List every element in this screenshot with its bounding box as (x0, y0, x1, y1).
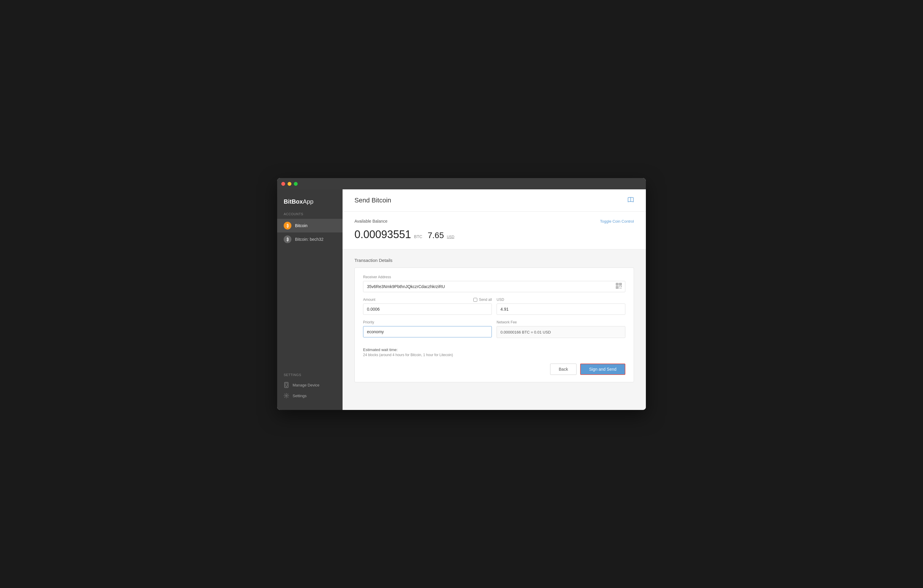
main-header: Send Bitcoin (343, 189, 646, 212)
traffic-lights (281, 182, 298, 186)
send-all-checkbox[interactable] (473, 298, 477, 302)
toggle-coin-control[interactable]: Toggle Coin Control (600, 219, 634, 223)
maximize-button[interactable] (294, 182, 298, 186)
accounts-section-label: ACCOUNTS (277, 212, 343, 219)
gear-icon (284, 393, 289, 398)
receiver-address-group: Receiver Address (363, 275, 625, 292)
send-all-group: Send all (473, 297, 492, 302)
svg-rect-6 (617, 284, 618, 285)
back-button[interactable]: Back (550, 363, 576, 375)
device-icon (284, 382, 289, 388)
receiver-address-label: Receiver Address (363, 275, 625, 279)
sidebar: BitBoxApp ACCOUNTS ₿ Bitcoin ₿ Bitcoin: … (277, 189, 343, 410)
page-title: Send Bitcoin (355, 197, 391, 204)
receiver-address-input[interactable] (363, 281, 625, 292)
usd-group: USD (497, 297, 625, 315)
network-fee-group: Network Fee 0.00000166 BTC = 0.01 USD (497, 320, 625, 338)
app-body: BitBoxApp ACCOUNTS ₿ Bitcoin ₿ Bitcoin: … (277, 189, 646, 410)
app-logo: BitBoxApp (277, 195, 343, 212)
estimated-wait-detail: 24 blocks (around 4 hours for Bitcoin, 1… (363, 353, 625, 357)
manage-device-item[interactable]: Manage Device (277, 379, 343, 390)
balance-btc-amount: 0.00093551 (355, 228, 411, 241)
svg-point-3 (286, 395, 287, 397)
sidebar-item-label-bitcoin: Bitcoin (295, 223, 307, 228)
app-window: BitBoxApp ACCOUNTS ₿ Bitcoin ₿ Bitcoin: … (277, 178, 646, 410)
network-fee-display: 0.00000166 BTC = 0.01 USD (497, 326, 625, 338)
network-fee-label: Network Fee (497, 320, 625, 324)
usd-input[interactable] (497, 304, 625, 315)
balance-section: Available Balance Toggle Coin Control 0.… (343, 212, 646, 250)
estimated-wait: Estimated wait time: 24 blocks (around 4… (363, 348, 625, 357)
close-button[interactable] (281, 182, 285, 186)
settings-section: SETTINGS Manage Device (277, 373, 343, 404)
transaction-section: Transaction Details Receiver Address (343, 250, 646, 391)
minimize-button[interactable] (287, 182, 291, 186)
sidebar-spacer (277, 246, 343, 373)
amount-group: Amount Send all (363, 297, 492, 315)
transaction-card: Receiver Address (355, 268, 634, 382)
balance-header: Available Balance Toggle Coin Control (355, 219, 634, 223)
svg-rect-1 (286, 383, 287, 386)
amount-label: Amount (363, 297, 375, 302)
svg-rect-8 (620, 284, 621, 285)
logo-bold: BitBox (284, 198, 303, 205)
balance-amount: 0.00093551 BTC 7.65 USD (355, 228, 634, 241)
priority-group: Priority (363, 320, 492, 338)
titlebar (277, 178, 646, 189)
transaction-title: Transaction Details (355, 258, 634, 263)
main-content: Send Bitcoin Available Balance Toggle Co… (343, 189, 646, 410)
send-all-label: Send all (479, 297, 492, 302)
sidebar-item-bitcoin[interactable]: ₿ Bitcoin (277, 219, 343, 232)
sidebar-item-label-bech32: Bitcoin: bech32 (295, 237, 324, 242)
balance-label: Available Balance (355, 219, 388, 223)
priority-input[interactable] (363, 326, 492, 337)
settings-item[interactable]: Settings (277, 390, 343, 401)
priority-label: Priority (363, 320, 492, 324)
priority-fee-row: Priority Network Fee 0.00000166 BTC = 0.… (363, 320, 625, 343)
usd-label: USD (497, 297, 625, 302)
sign-send-button[interactable]: Sign and Send (580, 363, 625, 375)
book-icon[interactable] (627, 197, 634, 204)
action-row: Back Sign and Send (363, 363, 625, 375)
amount-header: Amount Send all (363, 297, 492, 302)
bitcoin-bech32-icon: ₿ (284, 235, 291, 243)
balance-btc-unit: BTC (414, 234, 422, 239)
svg-rect-10 (617, 287, 618, 288)
bitcoin-icon: ₿ (284, 222, 291, 230)
estimated-wait-title: Estimated wait time: (363, 348, 625, 352)
settings-section-label: SETTINGS (277, 373, 343, 379)
balance-usd-amount: 7.65 (428, 231, 444, 240)
manage-device-label: Manage Device (292, 383, 319, 388)
sidebar-item-bitcoin-bech32[interactable]: ₿ Bitcoin: bech32 (277, 232, 343, 246)
logo-light: App (303, 198, 314, 205)
qr-scan-button[interactable] (615, 282, 623, 292)
balance-usd-unit: USD (447, 235, 454, 239)
amount-input[interactable] (363, 304, 492, 315)
amount-row: Amount Send all USD (363, 297, 625, 320)
settings-label: Settings (292, 394, 307, 398)
receiver-address-wrapper (363, 281, 625, 292)
